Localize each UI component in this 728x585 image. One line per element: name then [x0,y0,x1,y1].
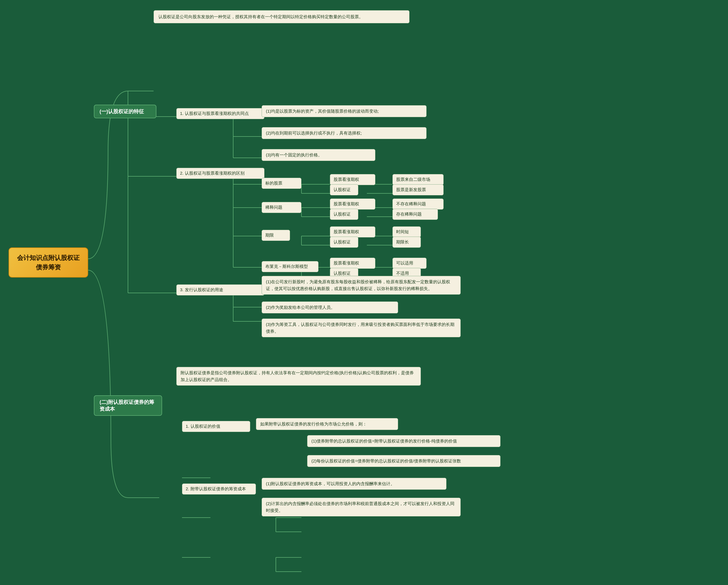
subsection1-label: 1. 认股权证与股票看涨期权的共同点 [176,108,264,119]
section2-header: (二)附认股权证债券的筹资成本 [94,395,162,416]
root-node: 会计知识点附认股权证债券筹资 [8,248,88,278]
xishi-item1-type: 股票看涨期权 [330,199,375,210]
qixian-item1-type: 股票看涨期权 [330,226,375,237]
mind-map: 会计知识点附认股权证债券筹资 认股权证是公司向股东发放的一种凭证，授权其持有者在… [0,0,728,585]
biaodi-item1-desc: 股票来自二级市场 [392,174,444,185]
xishi-item2-desc: 存在稀释问题 [392,209,438,220]
biaodi-label: 标的股票 [262,178,302,189]
definition-box: 认股权证是公司向股东发放的一种凭证，授权其持有者在一个特定期间以特定价格购买特定… [154,10,410,23]
xishi-label: 稀释问题 [262,202,302,213]
qixian-item2-desc: 期限长 [392,237,421,248]
qixian-label: 期限 [262,230,290,241]
section1-header: (一)认股权证的特征 [94,105,156,118]
blmx-item1-type: 股票看涨期权 [330,258,375,269]
biaodi-item2-desc: 股票是新发股票 [392,184,444,195]
section2-sub2-point1: (1)附认股权证债券的筹资成本，可以用投资人的内含报酬率来估计。 [262,478,446,490]
blmx-item1-desc: 可以适用 [392,258,426,269]
section2-sub1-point2: (2)每份认股权证的价值=债券附带的总认股权证的价值/债券附带的认股权证张数 [307,455,500,467]
section2-sub1-condition: 如果附带认股权证债券的发行价格为市场公允价格，则： [256,418,398,430]
sub3-point2: (2)作为奖励发给本公司的管理人员。 [262,302,398,313]
section2-sub1-point1: (1)债券附带的总认股权证的价值=附带认股权证债券的发行价格-纯债券的价值 [307,435,500,447]
sub3-point1: (1)在公司发行新股时，为避免原有股东每股收益和股价被稀释，给原有股东配发一定数… [262,276,461,295]
qixian-item1-desc: 时间短 [392,226,421,237]
subsection2-label: 2. 认股权证与股票看涨期权的区别 [176,168,264,179]
xishi-item2-type: 认股权证 [330,209,358,220]
section2-sub1-label: 1. 认股权证的价值 [182,421,250,432]
section2-sub2-label: 2. 附带认股权证债券的筹资成本 [182,483,256,494]
section2-sub2-point2: (2)计算出的内含报酬率必须处在债券的市场利率和税前普通股成本之间，才可以被发行… [262,498,461,516]
xishi-item1-desc: 不存在稀释问题 [392,199,444,210]
biaodi-item1-type: 股票看涨期权 [330,174,375,185]
biaodi-item2-type: 认股权证 [330,184,358,195]
subsection3-label: 3. 发行认股权证的用途 [176,284,264,296]
qixian-item2-type: 认股权证 [330,237,358,248]
sub1-point2: (2)均在到期前可以选择执行或不执行，具有选择权; [262,127,426,139]
sub1-point3: (3)均有一个固定的执行价格。 [262,149,375,161]
section2-def: 附认股权证债券是指公司债券附认股权证，持有人依法享有在一定期间内按约定价格(执行… [176,367,421,386]
sub3-point3: (3)作为筹资工具，认股权证与公司债券同时发行，用来吸引投资者购买票面利率低于市… [262,319,461,337]
sub1-point1: (1)均是以股票为标的资产，其价值随股票价格的波动而变动; [262,105,426,117]
blmx-label: 布莱克－斯科尔斯模型 [262,261,318,272]
